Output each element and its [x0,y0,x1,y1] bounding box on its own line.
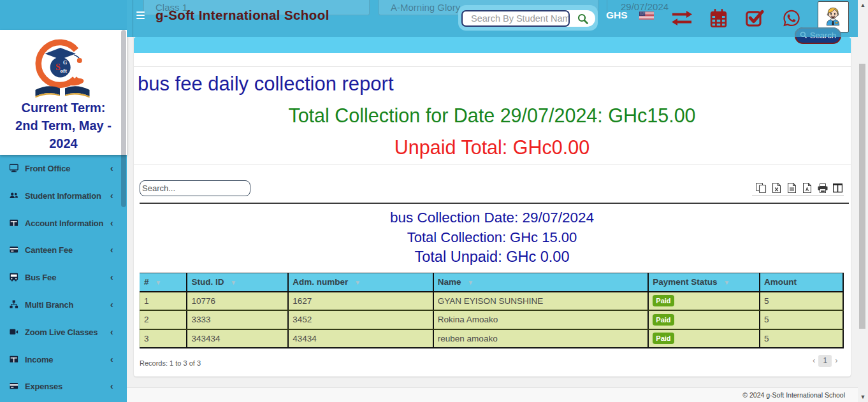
svg-text:oft: oft [61,68,68,74]
svg-text:G: G [63,60,67,66]
